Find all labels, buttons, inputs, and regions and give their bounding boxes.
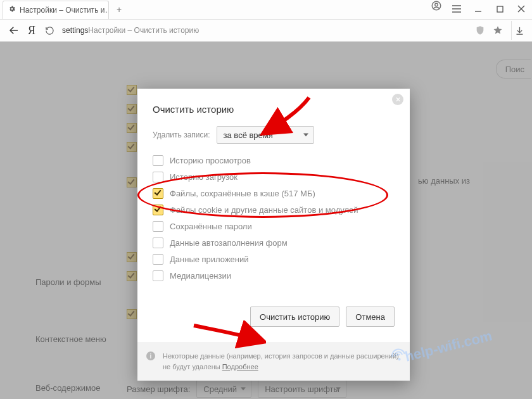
clear-option-7[interactable]: Медиалицензии [153, 270, 395, 281]
new-tab-button[interactable]: + [113, 3, 125, 16]
gear-icon [8, 5, 16, 15]
tab-title: Настройки – Очистить и… [20, 6, 109, 15]
checkbox[interactable] [153, 270, 163, 281]
checkbox[interactable] [153, 172, 163, 182]
svg-rect-6 [497, 6, 503, 12]
user-icon[interactable] [431, 0, 442, 18]
address-scheme: settings [62, 26, 88, 35]
checkbox[interactable] [153, 221, 163, 232]
reload-button[interactable] [41, 22, 58, 39]
clear-history-button[interactable]: Очистить историю [250, 307, 339, 327]
checkbox[interactable] [153, 205, 163, 215]
bookmark-star-icon[interactable] [491, 24, 505, 37]
window-close[interactable] [510, 0, 532, 18]
info-icon: i [146, 352, 155, 360]
cancel-button[interactable]: Отмена [346, 307, 395, 327]
address-path: Настройки – Очистить историю [88, 26, 199, 35]
option-label: Историю просмотров [170, 156, 251, 165]
clear-option-6[interactable]: Данные приложений [153, 254, 395, 265]
address-bar[interactable]: settings Настройки – Очистить историю [58, 23, 473, 38]
downloads-icon[interactable] [511, 21, 527, 40]
checkbox[interactable] [153, 155, 163, 166]
shield-icon[interactable] [473, 24, 487, 37]
option-label: Данные автозаполнения форм [170, 238, 288, 248]
option-label: Историю загрузок [170, 172, 238, 182]
titlebar: Настройки – Очистить и… + [0, 0, 532, 20]
menu-icon[interactable] [446, 0, 467, 18]
clear-option-3[interactable]: Файлы cookie и другие данные сайтов и мо… [153, 205, 395, 215]
page: ью данных из Пароли и формы Контекстное … [0, 42, 532, 399]
clear-option-4[interactable]: Сохранённые пароли [153, 221, 395, 232]
clear-option-1[interactable]: Историю загрузок [153, 172, 395, 182]
clear-history-dialog: ✕ Очистить историю Удалить записи: за вс… [137, 89, 410, 381]
learn-more-link[interactable]: Подробнее [222, 363, 258, 370]
clear-option-5[interactable]: Данные автозаполнения форм [153, 238, 395, 248]
option-label: Файлы, сохранённые в кэше (517 МБ) [170, 189, 315, 198]
delete-range-label: Удалить записи: [153, 130, 210, 139]
window-minimize[interactable] [467, 0, 489, 18]
time-range-select[interactable]: за всё время [217, 126, 314, 144]
close-icon[interactable]: ✕ [392, 94, 403, 105]
back-button[interactable] [5, 22, 23, 39]
checkbox[interactable] [153, 254, 163, 265]
toolbar: Я settings Настройки – Очистить историю [0, 20, 532, 42]
option-label: Данные приложений [170, 255, 249, 264]
checkbox[interactable] [153, 238, 163, 248]
dialog-title: Очистить историю [153, 104, 395, 115]
option-label: Медиалицензии [170, 271, 231, 281]
window-maximize[interactable] [489, 0, 510, 18]
checkbox[interactable] [153, 188, 163, 199]
option-label: Файлы cookie и другие данные сайтов и мо… [170, 205, 358, 215]
info-note: i Некоторые данные (например, история за… [137, 342, 410, 381]
option-label: Сохранённые пароли [170, 222, 252, 231]
yandex-logo[interactable]: Я [23, 22, 41, 39]
browser-tab[interactable]: Настройки – Очистить и… [3, 1, 109, 19]
svg-point-1 [435, 3, 438, 6]
clear-option-0[interactable]: Историю просмотров [153, 155, 395, 166]
clear-option-2[interactable]: Файлы, сохранённые в кэше (517 МБ) [153, 188, 395, 199]
